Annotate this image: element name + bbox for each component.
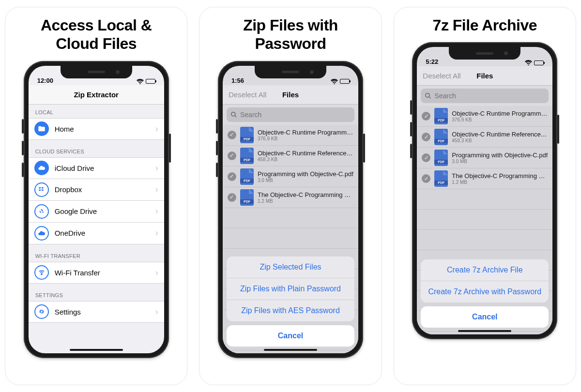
- row-label: Home: [55, 125, 155, 133]
- wifi-icon: [525, 60, 532, 65]
- file-row[interactable]: ✓Programming with Objective-C.pdf3.0 MB: [417, 148, 552, 168]
- pdf-icon: [240, 148, 254, 164]
- row-label: Wi-Fi Transfer: [55, 269, 155, 277]
- file-size: 458.3 KB: [258, 157, 353, 162]
- chevron-right-icon: ›: [155, 206, 158, 216]
- svg-point-2: [426, 93, 429, 97]
- navbar: Zip Extractor: [29, 85, 164, 105]
- file-size: 376.9 KB: [452, 117, 548, 122]
- file-size: 1.2 MB: [452, 180, 548, 185]
- gear-icon: [34, 304, 49, 319]
- action-sheet-button[interactable]: Create 7z Archive File: [421, 259, 549, 281]
- search-icon: [230, 111, 237, 118]
- checkmark-icon: ✓: [422, 153, 430, 162]
- folder-icon: [34, 121, 49, 136]
- file-name: The Objective-C Programming Lan…: [452, 172, 548, 180]
- action-sheet-button[interactable]: Create 7z Archive with Password: [421, 281, 549, 302]
- action-sheet: Create 7z Archive FileCreate 7z Archive …: [421, 259, 549, 328]
- checkmark-icon: ✓: [228, 172, 236, 181]
- battery-icon: [534, 60, 544, 65]
- row-gdrive[interactable]: Google Drive ›: [29, 201, 164, 223]
- file-size: 3.0 MB: [452, 159, 548, 164]
- section-header-local: LOCAL: [29, 105, 164, 118]
- search-input[interactable]: Search: [421, 89, 549, 103]
- nav-title: Zip Extractor: [74, 90, 119, 99]
- file-row[interactable]: ✓Objective-C Runtime Programmin…376.9 KB: [223, 125, 358, 146]
- navbar: Deselect All Files: [223, 85, 358, 105]
- row-label: Google Drive: [55, 207, 155, 215]
- pdf-icon: [434, 129, 448, 145]
- file-name: Objective-C Runtime Programmin…: [452, 110, 548, 117]
- main-list[interactable]: LOCAL Home › CLOUD SERVICES iCloud Drive…: [29, 105, 164, 353]
- row-home[interactable]: Home ›: [29, 118, 164, 140]
- notch: [449, 47, 520, 60]
- row-label: iCloud Drive: [55, 164, 155, 172]
- file-row[interactable]: ✓Objective-C Runtime Reference.pdf458.3 …: [223, 146, 358, 166]
- row-settings[interactable]: Settings ›: [29, 301, 164, 323]
- promo-card-1: Access Local & Cloud Files 12:00 Zip Ext…: [5, 7, 187, 385]
- search-icon: [425, 92, 431, 99]
- file-row[interactable]: ✓The Objective-C Programming Lan…1.2 MB: [417, 168, 552, 189]
- cancel-button[interactable]: Cancel: [421, 306, 549, 328]
- pdf-icon: [434, 108, 448, 124]
- row-onedrive[interactable]: OneDrive ›: [29, 223, 164, 244]
- file-size: 3.0 MB: [258, 178, 353, 183]
- search-input[interactable]: Search: [227, 107, 354, 122]
- wifi-transfer-icon: [34, 265, 49, 280]
- chevron-right-icon: ›: [155, 268, 158, 278]
- section-header-wifi: WI-FI TRANSFER: [29, 244, 164, 262]
- headline: Zip Files with Password: [243, 16, 338, 53]
- phone-frame: 1:56 Deselect All Files Search ✓Objectiv…: [218, 61, 363, 358]
- navbar: Deselect All Files: [417, 66, 552, 86]
- nav-title: Files: [476, 72, 493, 80]
- file-row[interactable]: ✓The Objective-C Programming Lan…1.2 MB: [223, 187, 358, 208]
- wifi-icon: [137, 79, 144, 84]
- row-label: Dropbox: [55, 185, 155, 194]
- checkmark-icon: ✓: [228, 131, 236, 139]
- dropbox-icon: [34, 182, 49, 197]
- row-icloud[interactable]: iCloud Drive ›: [29, 157, 164, 179]
- promo-card-3: 7z File Archive 5:22 Deselect All Files …: [394, 7, 576, 385]
- action-sheet-button[interactable]: Zip Files with AES Password: [227, 300, 354, 321]
- action-sheet-button[interactable]: Zip Selected Files: [227, 256, 354, 278]
- section-header-settings: SETTINGS: [29, 284, 164, 301]
- checkmark-icon: ✓: [422, 133, 430, 141]
- deselect-all-button[interactable]: Deselect All: [229, 90, 266, 99]
- chevron-right-icon: ›: [155, 307, 158, 317]
- home-indicator: [458, 330, 511, 332]
- chevron-right-icon: ›: [155, 228, 158, 238]
- battery-icon: [146, 79, 155, 84]
- row-wifi[interactable]: Wi-Fi Transfer ›: [29, 262, 164, 284]
- file-name: Objective-C Runtime Reference.pdf: [452, 131, 548, 138]
- chevron-right-icon: ›: [155, 163, 158, 173]
- file-name: Programming with Objective-C.pdf: [452, 151, 548, 159]
- deselect-all-button[interactable]: Deselect All: [423, 72, 460, 80]
- row-dropbox[interactable]: Dropbox ›: [29, 179, 164, 201]
- home-indicator: [264, 349, 317, 351]
- headline: 7z File Archive: [433, 16, 537, 34]
- file-name: Programming with Objective-C.pdf: [258, 170, 353, 178]
- file-row[interactable]: ✓Objective-C Runtime Reference.pdf458.3 …: [417, 127, 552, 148]
- file-name: Objective-C Runtime Reference.pdf: [258, 150, 353, 157]
- action-sheet: Zip Selected FilesZip Files with Plain P…: [227, 256, 354, 347]
- row-label: Settings: [55, 308, 155, 316]
- chevron-right-icon: ›: [155, 184, 158, 195]
- file-row[interactable]: ✓Programming with Objective-C.pdf3.0 MB: [223, 166, 358, 187]
- file-row[interactable]: ✓Objective-C Runtime Programmin…376.9 KB: [417, 106, 552, 127]
- checkmark-icon: ✓: [228, 151, 236, 160]
- action-sheet-button[interactable]: Zip Files with Plain Password: [227, 278, 354, 300]
- promo-card-2: Zip Files with Password 1:56 Deselect Al…: [199, 7, 382, 385]
- cloud-icon: [34, 161, 49, 175]
- phone-frame: 12:00 Zip Extractor LOCAL Home › CLOUD S…: [24, 61, 169, 358]
- file-name: Objective-C Runtime Programmin…: [258, 129, 353, 136]
- pdf-icon: [240, 189, 254, 206]
- onedrive-icon: [34, 226, 49, 241]
- wifi-icon: [331, 79, 338, 84]
- cancel-button[interactable]: Cancel: [227, 325, 354, 347]
- headline: Access Local & Cloud Files: [41, 16, 152, 53]
- pdf-icon: [434, 170, 448, 187]
- checkmark-icon: ✓: [422, 112, 430, 121]
- file-size: 376.9 KB: [258, 136, 353, 141]
- status-time: 5:22: [426, 58, 452, 65]
- file-size: 1.2 MB: [258, 198, 353, 204]
